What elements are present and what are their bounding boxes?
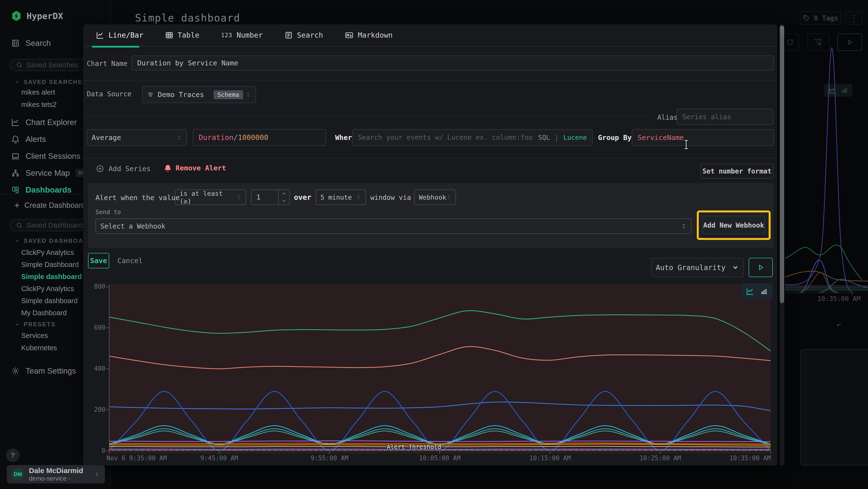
cancel-button[interactable]: Cancel — [117, 257, 143, 265]
bg-panel-below — [801, 349, 868, 465]
tab-line-bar[interactable]: Line/Bar — [96, 31, 144, 39]
tags-button[interactable]: 0 Tags — [800, 11, 841, 25]
preset-item-0[interactable]: Services — [21, 332, 57, 340]
webhook-placeholder: Select a Webhook — [100, 222, 165, 230]
number-stepper[interactable] — [278, 190, 289, 204]
preview-chart — [109, 286, 771, 458]
more-options-button[interactable]: ⋮ — [846, 11, 862, 25]
x-tick-label: 9:45:00 AM — [200, 455, 238, 462]
avatar-initials: DM — [14, 471, 22, 478]
data-source-select[interactable]: Demo Traces Schema — [142, 86, 256, 103]
help-label: ? — [10, 451, 15, 459]
search-icon — [16, 62, 23, 68]
user-card[interactable]: DM Dale McDiarmid demo-service - — [7, 465, 105, 484]
avatar: DM — [11, 468, 24, 481]
tab-markdown[interactable]: Markdown — [345, 31, 393, 39]
saved-dashboard-item-3[interactable]: ClickPy Analytics — [21, 285, 82, 293]
add-series-button[interactable]: Add Series — [96, 165, 151, 173]
updown-chevron-icon — [446, 195, 451, 200]
saved-dashboard-item-1[interactable]: Simple Dashboard — [21, 261, 82, 269]
plus-icon: + — [14, 202, 20, 209]
alert-condition-value: is at least (≥) — [180, 190, 236, 205]
tab-search[interactable]: Search — [284, 31, 323, 39]
alert-threshold-input[interactable]: 1 — [251, 190, 290, 205]
sidebar-item-label: Service Map — [26, 169, 70, 178]
saved-dashboard-item-2[interactable]: Simple dashboard — [21, 273, 82, 281]
saved-dashboard-item-4[interactable]: Simple dashboard — [21, 297, 82, 305]
tag-icon — [803, 15, 810, 22]
data-source-value: Demo Traces — [158, 90, 204, 99]
modal-scrollbar-track[interactable] — [779, 24, 784, 466]
updown-chevron-icon — [245, 92, 251, 97]
user-subtitle: demo-service - — [29, 475, 89, 482]
add-webhook-label: Add New Webhook — [703, 221, 764, 229]
plus-circle-icon — [96, 165, 104, 173]
modal-divider-2 — [83, 158, 777, 158]
brand[interactable]: HyperDX — [10, 10, 63, 22]
modal-divider-1 — [83, 80, 777, 81]
create-dashboard-button[interactable]: + Create Dashboard — [14, 201, 85, 210]
saved-dashboards-placeholder: Saved Dashboards — [27, 221, 86, 229]
brand-name: HyperDX — [27, 11, 63, 21]
modal-scrollbar-thumb[interactable] — [780, 26, 784, 303]
add-webhook-highlight: Add New Webhook — [697, 210, 771, 240]
sidebar-item-team-settings[interactable]: Team Settings — [11, 366, 76, 376]
field-expression-input[interactable]: Duration/1000000 — [193, 129, 326, 146]
series-green-top — [109, 311, 771, 351]
sidebar-item-label: Client Sessions — [26, 151, 80, 161]
sidebar-item-label: Chart Explorer — [26, 118, 77, 127]
run-query-button[interactable] — [749, 258, 773, 277]
chevron-down-icon — [14, 238, 20, 243]
resize-handle-icon[interactable] — [837, 323, 843, 329]
aggregation-select[interactable]: Average — [87, 129, 187, 146]
presets-header[interactable]: PRESETS — [14, 321, 56, 328]
page-title: Simple dashboard — [135, 12, 240, 24]
tab-number[interactable]: 123Number — [221, 31, 263, 39]
save-button[interactable]: Save — [88, 253, 109, 268]
alert-channel-select[interactable]: Webhook — [414, 190, 456, 205]
gear-icon — [11, 367, 20, 375]
granularity-select[interactable]: Auto Granularity — [651, 258, 744, 277]
help-button[interactable]: ? — [6, 449, 20, 462]
add-webhook-button[interactable]: Add New Webhook — [702, 216, 765, 235]
saved-search-item-1[interactable]: mikes tets2 — [21, 100, 57, 109]
alias-input[interactable]: Series alias — [677, 109, 774, 125]
table-icon — [165, 31, 173, 39]
updown-chevron-icon — [176, 135, 182, 141]
preset-item-1[interactable]: Kubernetes — [21, 344, 57, 352]
series-purple-flat — [109, 441, 771, 442]
alert-config-panel: Alert when the value is at least (≥) 1 o… — [88, 183, 774, 248]
schema-badge[interactable]: Schema — [214, 90, 243, 99]
sidebar-item-search[interactable]: Search — [11, 39, 51, 48]
chart-edit-modal: Line/BarTable123NumberSearchMarkdown Cha… — [83, 24, 777, 466]
chart-name-input[interactable]: Duration by Service Name — [131, 56, 774, 70]
webhook-select[interactable]: Select a Webhook — [95, 219, 691, 234]
alert-window-value: 5 minute — [320, 194, 352, 201]
group-by-value: ServiceName — [638, 134, 684, 142]
lucene-toggle[interactable]: Lucene — [563, 134, 587, 141]
tab-table[interactable]: Table — [165, 31, 199, 39]
y-tick-label: 800 — [83, 283, 105, 290]
saved-dashboard-item-0[interactable]: ClickPy Analytics — [21, 249, 82, 257]
alert-threshold-value: 1 — [251, 193, 278, 201]
field-token: Duration — [199, 133, 234, 142]
saved-search-item-0[interactable]: mikes alert — [21, 88, 57, 96]
sql-toggle[interactable]: SQL — [538, 134, 550, 141]
where-search-input[interactable]: Search your events w/ Lucene ex. column:… — [352, 129, 593, 146]
group-by-input[interactable]: ServiceName — [632, 129, 774, 146]
alert-window-select[interactable]: 5 minute — [316, 190, 366, 205]
chart-icon — [11, 118, 20, 127]
y-tick-label: 0 — [83, 447, 105, 454]
active-tab-underline — [92, 46, 140, 48]
alert-threshold-label: Alert Threshold — [387, 443, 441, 450]
remove-alert-button[interactable]: Remove Alert — [164, 164, 226, 172]
alert-via-label: window via — [370, 194, 411, 202]
saved-searches-header[interactable]: SAVED SEARCHES — [14, 79, 87, 85]
saved-dashboard-item-5[interactable]: My Dashboard — [21, 309, 82, 317]
set-number-format-button[interactable]: Set number format — [701, 164, 774, 179]
alert-condition-select[interactable]: is at least (≥) — [175, 190, 246, 205]
series-royal-blue-flat — [109, 402, 771, 410]
sidebar-item-label: Dashboards — [26, 185, 72, 195]
search-nav-icon — [11, 39, 20, 48]
series-cyan-wave-2 — [109, 429, 771, 444]
